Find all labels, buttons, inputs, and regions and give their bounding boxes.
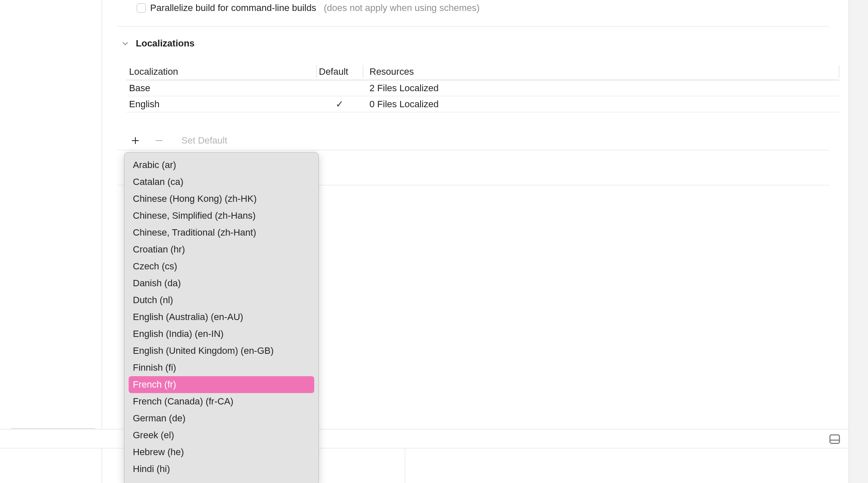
table-header: Localization Default Resources (127, 63, 839, 80)
loc-name: English (127, 99, 316, 110)
table-row[interactable]: Base 2 Files Localized (127, 80, 839, 96)
language-menu-item[interactable]: Hebrew (he) (129, 444, 314, 461)
loc-name: Base (127, 83, 316, 94)
language-menu-item[interactable]: Hindi (hi) (129, 461, 314, 478)
chevron-down-icon (121, 40, 129, 47)
language-menu-item[interactable]: Dutch (nl) (129, 292, 314, 309)
col-localization[interactable]: Localization (127, 66, 316, 77)
language-menu-item[interactable]: French (fr) (129, 376, 314, 393)
svg-rect-7 (830, 435, 840, 443)
loc-resources: 2 Files Localized (363, 83, 839, 94)
language-menu-item[interactable]: Arabic (ar) (129, 157, 314, 174)
loc-resources: 0 Files Localized (363, 99, 839, 110)
col-resources[interactable]: Resources (363, 66, 839, 77)
language-menu-item[interactable]: Croatian (hr) (129, 241, 314, 258)
divider (117, 26, 829, 27)
language-menu-item[interactable]: Czech (cs) (129, 258, 314, 275)
table-row[interactable]: English ✓ 0 Files Localized (127, 96, 839, 112)
language-menu-item[interactable]: English (India) (en-IN) (129, 326, 314, 342)
loc-default-mark: ✓ (316, 99, 363, 110)
language-menu-item[interactable]: Chinese, Simplified (zh-Hans) (129, 207, 314, 224)
language-menu-item[interactable]: Chinese (Hong Kong) (zh-HK) (129, 190, 314, 207)
inspector-gutter (849, 0, 868, 483)
set-default-button[interactable]: Set Default (181, 135, 227, 146)
language-menu-item[interactable]: English (United Kingdom) (en-GB) (129, 342, 314, 359)
parallelize-build-row: Parallelize build for command-line build… (137, 3, 480, 14)
language-menu-item[interactable]: Greek (el) (129, 427, 314, 444)
language-menu-item[interactable]: German (de) (129, 410, 314, 427)
parallelize-build-checkbox[interactable] (137, 3, 146, 13)
bottom-drawer-icon[interactable] (828, 433, 841, 445)
parallelize-build-label: Parallelize build for command-line build… (150, 3, 316, 14)
language-menu-item[interactable]: Danish (da) (129, 275, 314, 292)
project-navigator (0, 0, 102, 483)
language-menu-item[interactable]: Catalan (ca) (129, 174, 314, 190)
add-localization-button[interactable] (130, 135, 141, 146)
parallelize-build-hint: (does not apply when using schemes) (324, 3, 480, 14)
language-menu-item[interactable]: French (Canada) (fr-CA) (129, 393, 314, 410)
language-menu-item[interactable]: Chinese, Traditional (zh-Hant) (129, 224, 314, 241)
localizations-toolbar: Set Default (117, 131, 829, 150)
localizations-table: Localization Default Resources Base 2 Fi… (127, 63, 839, 112)
col-default[interactable]: Default (316, 66, 363, 77)
localizations-header[interactable]: Localizations (121, 38, 194, 49)
project-settings-pane: Parallelize build for command-line build… (102, 0, 849, 483)
language-menu-item[interactable]: English (Australia) (en-AU) (129, 309, 314, 326)
localizations-title: Localizations (136, 38, 194, 49)
add-localization-menu[interactable]: Arabic (ar)Catalan (ca)Chinese (Hong Kon… (124, 152, 319, 483)
remove-localization-button[interactable] (154, 135, 164, 146)
language-menu-item[interactable]: Finnish (fi) (129, 359, 314, 376)
